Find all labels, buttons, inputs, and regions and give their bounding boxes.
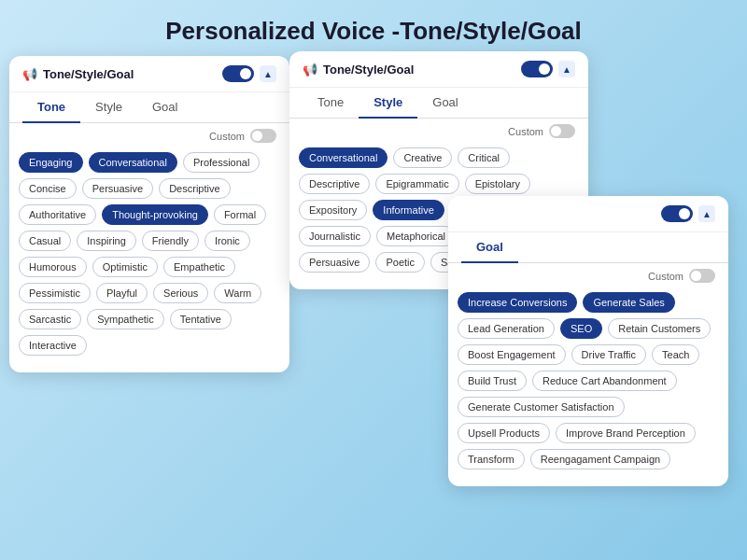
chip-creative[interactable]: Creative: [393, 147, 452, 168]
chip-formal[interactable]: Formal: [214, 204, 266, 225]
panel1-toggle[interactable]: [222, 65, 254, 82]
chip-authoritative[interactable]: Authoritative: [19, 204, 96, 225]
tab-style-p1[interactable]: Style: [80, 92, 137, 123]
chip-epistolary[interactable]: Epistolary: [465, 174, 530, 194]
panel2-toggle[interactable]: [521, 61, 553, 77]
panel1-tabs: Tone Style Goal: [9, 92, 289, 123]
chip-optimistic[interactable]: Optimistic: [92, 257, 158, 277]
chip-boost-engagement[interactable]: Boost Engagement: [458, 344, 566, 365]
chip-metaphorical[interactable]: Metaphorical: [376, 226, 456, 246]
chip-lead-generation[interactable]: Lead Generation: [458, 318, 555, 339]
chip-conversational[interactable]: Conversational: [299, 147, 388, 168]
chip-casual[interactable]: Casual: [19, 231, 71, 251]
panel1-custom-toggle[interactable]: [250, 129, 276, 143]
chip-transform[interactable]: Transform: [458, 449, 525, 469]
panel3-custom-row: Custom: [448, 263, 728, 285]
tab-style-p2[interactable]: Style: [359, 88, 417, 119]
chip-serious[interactable]: Serious: [153, 283, 208, 303]
chip-generate-customer-satisfaction[interactable]: Generate Customer Satisfaction: [458, 397, 625, 417]
chip-inspiring[interactable]: Inspiring: [77, 231, 136, 251]
chip-increase-conversions[interactable]: Increase Conversions: [458, 292, 577, 313]
panel2-chevron-up-icon[interactable]: ▲: [558, 61, 575, 77]
tab-goal-p2[interactable]: Goal: [417, 88, 472, 119]
panel3-tabs: Goal: [448, 232, 728, 263]
panel3-header: ▲: [448, 196, 728, 232]
chip-engaging[interactable]: Engaging: [19, 152, 83, 173]
chip-improve-brand-perception[interactable]: Improve Brand Perception: [556, 423, 696, 443]
chip-concise[interactable]: Concise: [19, 178, 77, 199]
chip-sarcastic[interactable]: Sarcastic: [19, 309, 81, 329]
panel1-header: 📢 Tone/Style/Goal ▲: [9, 56, 289, 92]
panel3-chips-area: Increase ConversionsGenerate SalesLead G…: [448, 285, 728, 477]
chip-ironic[interactable]: Ironic: [204, 231, 250, 251]
chip-reduce-cart-abandonment[interactable]: Reduce Cart Abandonment: [532, 371, 677, 391]
panel3-custom-toggle[interactable]: [689, 269, 715, 283]
chip-warm[interactable]: Warm: [214, 283, 261, 303]
chip-seo[interactable]: SEO: [560, 318, 602, 339]
panel2-header-right: ▲: [521, 61, 575, 77]
tab-goal-p3[interactable]: Goal: [461, 232, 518, 263]
chip-empathetic[interactable]: Empathetic: [163, 257, 235, 277]
chip-poetic[interactable]: Poetic: [375, 252, 425, 273]
chip-friendly[interactable]: Friendly: [142, 231, 199, 251]
chip-persuasive[interactable]: Persuasive: [299, 252, 370, 273]
panel1-header-left: 📢 Tone/Style/Goal: [22, 67, 134, 81]
chip-playful[interactable]: Playful: [96, 283, 148, 303]
megaphone-icon: 📢: [22, 67, 37, 81]
chip-retain-customers[interactable]: Retain Customers: [608, 318, 711, 339]
panel2-custom-row: Custom: [289, 119, 588, 140]
panel3-custom-label: Custom: [648, 271, 684, 282]
chip-expository[interactable]: Expository: [299, 200, 367, 220]
panel1-title: Tone/Style/Goal: [43, 67, 134, 81]
chip-persuasive[interactable]: Persuasive: [82, 178, 153, 199]
chip-build-trust[interactable]: Build Trust: [458, 371, 527, 391]
panel1-custom-label: Custom: [209, 131, 245, 142]
panel2-custom-toggle[interactable]: [549, 124, 575, 138]
chip-professional[interactable]: Professional: [183, 152, 261, 173]
chip-reengagament-campaign[interactable]: Reengagament Campaign: [530, 449, 670, 469]
chip-descriptive[interactable]: Descriptive: [159, 178, 230, 199]
panel1-chevron-up-icon[interactable]: ▲: [260, 65, 276, 82]
panel1-chips-area: EngagingConversationalProfessionalConcis…: [9, 145, 289, 363]
panel3-chevron-up-icon[interactable]: ▲: [698, 205, 715, 222]
chip-humorous[interactable]: Humorous: [19, 257, 87, 277]
goal-panel: ▲ Goal Custom Increase ConversionsGenera…: [448, 196, 728, 486]
panel2-custom-label: Custom: [508, 126, 543, 137]
page-title: Personalized Voice -Tone/Style/Goal: [0, 0, 747, 55]
chip-epigrammatic[interactable]: Epigrammatic: [375, 174, 458, 194]
tab-tone-p2[interactable]: Tone: [303, 88, 359, 119]
panel2-title: Tone/Style/Goal: [323, 63, 414, 77]
chip-critical[interactable]: Critical: [458, 147, 510, 168]
chip-thought-provoking[interactable]: Thought-provoking: [102, 204, 208, 225]
panel2-header-left: 📢 Tone/Style/Goal: [303, 63, 414, 77]
panel2-tabs: Tone Style Goal: [289, 88, 588, 119]
panel3-toggle[interactable]: [661, 205, 693, 222]
chip-conversational[interactable]: Conversational: [89, 152, 177, 173]
tab-tone-p1[interactable]: Tone: [22, 92, 80, 123]
megaphone-icon2: 📢: [303, 63, 317, 77]
chip-teach[interactable]: Teach: [652, 344, 699, 365]
tone-panel: 📢 Tone/Style/Goal ▲ Tone Style Goal Cust…: [9, 56, 289, 372]
chip-tentative[interactable]: Tentative: [170, 309, 232, 329]
panel1-custom-row: Custom: [9, 123, 289, 145]
panel1-header-right: ▲: [222, 65, 276, 82]
tab-goal-p1[interactable]: Goal: [137, 92, 192, 123]
chip-descriptive[interactable]: Descriptive: [299, 174, 370, 194]
chip-generate-sales[interactable]: Generate Sales: [583, 292, 674, 313]
chip-sympathetic[interactable]: Sympathetic: [87, 309, 164, 329]
chip-upsell-products[interactable]: Upsell Products: [458, 423, 550, 443]
panel2-header: 📢 Tone/Style/Goal ▲: [289, 51, 588, 88]
panel3-header-right: ▲: [661, 205, 715, 222]
chip-interactive[interactable]: Interactive: [19, 335, 87, 356]
chip-drive-traffic[interactable]: Drive Traffic: [571, 344, 646, 365]
chip-informative[interactable]: Informative: [373, 200, 444, 220]
chip-journalistic[interactable]: Journalistic: [299, 226, 371, 246]
chip-pessimistic[interactable]: Pessimistic: [19, 283, 91, 303]
